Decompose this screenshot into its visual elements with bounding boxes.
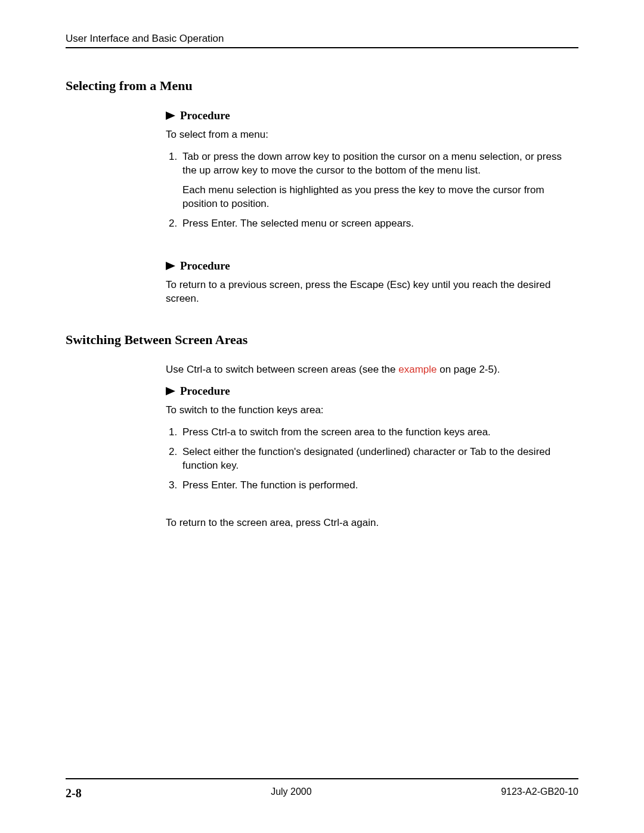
section-title-selecting: Selecting from a Menu bbox=[66, 78, 578, 94]
triangle-right-icon bbox=[166, 262, 175, 270]
procedure-steps: Press Ctrl-a to switch from the screen a… bbox=[166, 426, 578, 493]
triangle-right-icon bbox=[166, 387, 175, 395]
example-link[interactable]: example bbox=[398, 364, 436, 375]
section-outro: To return to the screen area, press Ctrl… bbox=[166, 516, 578, 530]
intro-post: on page 2-5). bbox=[437, 364, 500, 375]
triangle-right-icon bbox=[166, 112, 175, 120]
svg-marker-1 bbox=[166, 262, 175, 270]
step-text: Tab or press the down arrow key to posit… bbox=[182, 151, 562, 176]
procedure-intro: To select from a menu: bbox=[166, 128, 578, 142]
svg-marker-0 bbox=[166, 112, 175, 120]
step-item: Tab or press the down arrow key to posit… bbox=[180, 150, 578, 211]
intro-pre: Use Ctrl-a to switch between screen area… bbox=[166, 364, 398, 375]
running-header: User Interface and Basic Operation bbox=[66, 33, 578, 45]
step-item: Press Enter. The selected menu or screen… bbox=[180, 217, 578, 231]
header-rule bbox=[66, 47, 578, 48]
footer-rule bbox=[66, 778, 578, 779]
procedure-heading: Procedure bbox=[166, 109, 578, 122]
step-text: Press Enter. The selected menu or screen… bbox=[182, 218, 414, 229]
procedure-text: To return to a previous screen, press th… bbox=[166, 278, 578, 306]
step-text: Press Ctrl-a to switch from the screen a… bbox=[182, 426, 491, 438]
section-intro: Use Ctrl-a to switch between screen area… bbox=[166, 363, 578, 377]
procedure-steps: Tab or press the down arrow key to posit… bbox=[166, 150, 578, 231]
step-extra-text: Each menu selection is highlighted as yo… bbox=[182, 184, 578, 211]
step-item: Press Enter. The function is performed. bbox=[180, 479, 578, 493]
step-text: Press Enter. The function is performed. bbox=[182, 479, 358, 491]
section-title-switching: Switching Between Screen Areas bbox=[66, 332, 578, 348]
procedure-intro: To switch to the function keys area: bbox=[166, 404, 578, 417]
step-item: Press Ctrl-a to switch from the screen a… bbox=[180, 426, 578, 439]
page-number: 2-8 bbox=[66, 786, 82, 800]
procedure-label: Procedure bbox=[180, 385, 230, 398]
svg-marker-2 bbox=[166, 387, 175, 395]
procedure-label: Procedure bbox=[180, 259, 230, 272]
footer-docnum: 9123-A2-GB20-10 bbox=[501, 786, 578, 800]
page-footer: 2-8 July 2000 9123-A2-GB20-10 bbox=[66, 778, 578, 800]
procedure-heading: Procedure bbox=[166, 259, 578, 272]
footer-date: July 2000 bbox=[271, 786, 312, 800]
procedure-label: Procedure bbox=[180, 109, 230, 122]
step-text: Select either the function's designated … bbox=[182, 446, 550, 471]
procedure-heading: Procedure bbox=[166, 385, 578, 398]
step-item: Select either the function's designated … bbox=[180, 445, 578, 473]
